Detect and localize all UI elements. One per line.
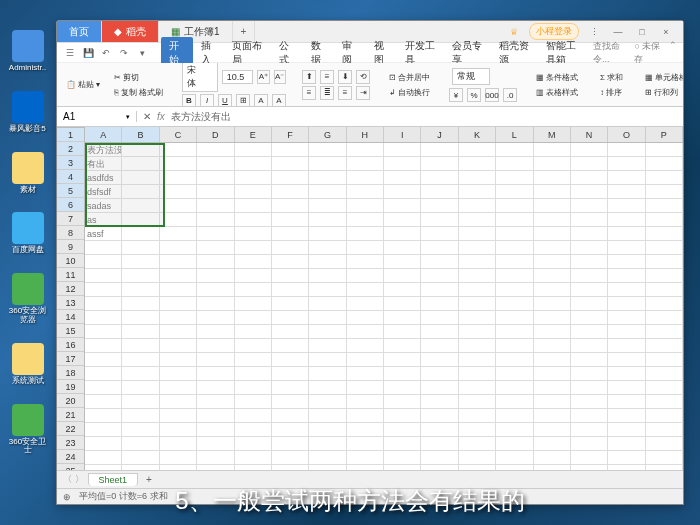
cell[interactable]: [272, 255, 309, 269]
cell[interactable]: [309, 199, 346, 213]
cell[interactable]: [122, 255, 159, 269]
cell[interactable]: [272, 171, 309, 185]
cell[interactable]: [384, 213, 421, 227]
cell[interactable]: [197, 213, 234, 227]
cell[interactable]: [608, 157, 645, 171]
cell[interactable]: [534, 143, 571, 157]
cell[interactable]: [534, 437, 571, 451]
cell[interactable]: [309, 395, 346, 409]
col-header[interactable]: O: [608, 127, 645, 142]
cell[interactable]: [197, 157, 234, 171]
col-header[interactable]: J: [421, 127, 458, 142]
cell[interactable]: [421, 199, 458, 213]
cell[interactable]: [421, 171, 458, 185]
cell[interactable]: [421, 241, 458, 255]
cell[interactable]: [272, 269, 309, 283]
align-right-icon[interactable]: ≡: [338, 86, 352, 100]
cell[interactable]: [646, 465, 683, 470]
cell[interactable]: [421, 437, 458, 451]
cell[interactable]: [496, 255, 533, 269]
cell[interactable]: [534, 381, 571, 395]
cell[interactable]: [534, 451, 571, 465]
cell[interactable]: [384, 241, 421, 255]
cell[interactable]: [122, 437, 159, 451]
cell[interactable]: [646, 339, 683, 353]
cell[interactable]: [122, 227, 159, 241]
cell[interactable]: [571, 465, 608, 470]
cell[interactable]: [85, 311, 122, 325]
cell[interactable]: [309, 157, 346, 171]
cell[interactable]: [309, 213, 346, 227]
cell[interactable]: [534, 409, 571, 423]
cell[interactable]: [197, 227, 234, 241]
cell[interactable]: [160, 255, 197, 269]
cell[interactable]: [347, 465, 384, 470]
cell[interactable]: [160, 199, 197, 213]
cell[interactable]: [272, 199, 309, 213]
cell[interactable]: [421, 325, 458, 339]
cell[interactable]: [571, 437, 608, 451]
cell[interactable]: [496, 157, 533, 171]
col-header[interactable]: B: [122, 127, 159, 142]
cell[interactable]: [122, 269, 159, 283]
cell[interactable]: [309, 381, 346, 395]
cell[interactable]: [85, 451, 122, 465]
cell[interactable]: [160, 395, 197, 409]
cell[interactable]: [421, 451, 458, 465]
cell[interactable]: [421, 185, 458, 199]
cell[interactable]: [421, 311, 458, 325]
currency-icon[interactable]: ¥: [449, 88, 463, 102]
cell[interactable]: [608, 297, 645, 311]
cell[interactable]: [421, 255, 458, 269]
cell[interactable]: [272, 423, 309, 437]
cell[interactable]: [272, 157, 309, 171]
cell[interactable]: [235, 311, 272, 325]
dec-inc-icon[interactable]: .0: [503, 88, 517, 102]
cell[interactable]: [421, 409, 458, 423]
cell[interactable]: [571, 451, 608, 465]
cell[interactable]: [85, 423, 122, 437]
cell[interactable]: [608, 269, 645, 283]
cell[interactable]: [160, 451, 197, 465]
cell[interactable]: [459, 465, 496, 470]
cell[interactable]: [534, 325, 571, 339]
cell[interactable]: [646, 423, 683, 437]
cell[interactable]: [608, 381, 645, 395]
cell[interactable]: [347, 353, 384, 367]
cell[interactable]: [197, 143, 234, 157]
align-center-icon[interactable]: ≣: [320, 86, 334, 100]
underline-icon[interactable]: U: [218, 94, 232, 108]
col-header[interactable]: A: [85, 127, 122, 142]
cell[interactable]: [347, 143, 384, 157]
cell[interactable]: [534, 339, 571, 353]
cell[interactable]: [160, 185, 197, 199]
cell[interactable]: [459, 171, 496, 185]
print-icon[interactable]: ↷: [117, 46, 131, 60]
cell[interactable]: [272, 227, 309, 241]
cell[interactable]: [347, 409, 384, 423]
cell[interactable]: [235, 437, 272, 451]
fx-icon[interactable]: fx: [157, 111, 165, 122]
cell[interactable]: [160, 353, 197, 367]
cell[interactable]: [496, 241, 533, 255]
cell[interactable]: [309, 143, 346, 157]
cell[interactable]: [160, 157, 197, 171]
cell[interactable]: [534, 395, 571, 409]
col-header[interactable]: E: [235, 127, 272, 142]
desktop-icon[interactable]: 百度网盘: [5, 212, 50, 255]
cell[interactable]: [272, 409, 309, 423]
add-sheet-button[interactable]: +: [142, 474, 156, 485]
cell[interactable]: [309, 283, 346, 297]
cell[interactable]: [235, 185, 272, 199]
row-header[interactable]: 12: [57, 282, 84, 296]
cell[interactable]: [608, 437, 645, 451]
cell[interactable]: [122, 353, 159, 367]
cell[interactable]: [646, 353, 683, 367]
cell[interactable]: [384, 199, 421, 213]
cell[interactable]: [309, 311, 346, 325]
bold-icon[interactable]: B: [182, 94, 196, 108]
increase-font-icon[interactable]: A⁺: [257, 70, 269, 84]
cell[interactable]: [122, 311, 159, 325]
cell[interactable]: [160, 465, 197, 470]
cell[interactable]: [534, 241, 571, 255]
